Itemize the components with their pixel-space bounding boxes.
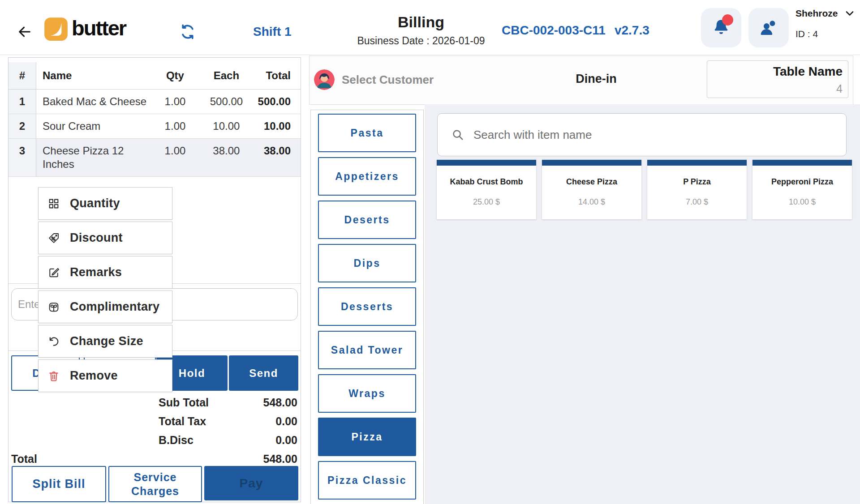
table-name-box[interactable]: Table Name 4 xyxy=(707,60,848,98)
order-row-3[interactable]: 3Cheese Pizza 12 Inches1.0038.0038.00 xyxy=(9,139,301,177)
category-wraps[interactable]: Wraps xyxy=(318,374,416,413)
item-total: 10.00 xyxy=(255,114,301,139)
send-button[interactable]: Send xyxy=(229,355,298,391)
category-pizza-classic[interactable]: Pizza Classic xyxy=(318,461,416,500)
menu-item-discount[interactable]: Discount xyxy=(38,222,172,254)
category-pizza[interactable]: Pizza xyxy=(318,418,416,456)
item-qty: 1.00 xyxy=(153,139,198,177)
order-row-2[interactable]: 2Sour Cream1.0010.0010.00 xyxy=(9,114,301,139)
row-number: 1 xyxy=(9,90,36,114)
total-value: 548.00 xyxy=(263,453,297,466)
order-table: #NameQtyEachTotal 1Baked Mac & Cheese1.0… xyxy=(9,62,301,177)
card-top-bar xyxy=(542,160,641,166)
order-type-label[interactable]: Dine-in xyxy=(560,72,632,86)
category-salad-tower[interactable]: Salad Tower xyxy=(318,331,416,369)
totals-block: Sub Total548.00Total Tax0.00B.Disc0.00To… xyxy=(9,393,301,466)
item-name: Sour Cream xyxy=(36,114,152,139)
menu-item-label: Complimentary xyxy=(70,300,159,314)
users-icon xyxy=(758,17,779,38)
customer-bar: Select Customer Dine-in Table Name 4 xyxy=(309,56,853,105)
back-arrow-icon[interactable] xyxy=(17,24,32,39)
grid-icon xyxy=(47,197,60,210)
category-pasta[interactable]: Pasta xyxy=(318,114,416,152)
item-card-name: Pepperoni Pizza xyxy=(752,177,852,187)
item-card-cheese-pizza[interactable]: Cheese Pizza14.00 $ xyxy=(542,160,641,219)
total-label: B.Disc xyxy=(159,434,194,447)
service-charges-button[interactable]: Service Charges xyxy=(108,466,202,502)
card-top-bar xyxy=(437,160,536,166)
item-card-price: 10.00 $ xyxy=(752,197,852,207)
search-icon xyxy=(451,128,464,141)
shift-label[interactable]: Shift 1 xyxy=(253,25,292,39)
item-name: Cheese Pizza 12 Inches xyxy=(36,139,152,177)
menu-item-remove[interactable]: Remove xyxy=(38,359,172,392)
category-appetizers[interactable]: Appetizers xyxy=(318,157,416,196)
menu-item-quantity[interactable]: Quantity xyxy=(38,187,172,220)
row-number: 3 xyxy=(9,139,36,177)
item-search-input[interactable] xyxy=(473,128,833,142)
order-row-1[interactable]: 1Baked Mac & Cheese1.00500.00500.00 xyxy=(9,90,301,114)
menu-item-label: Discount xyxy=(70,231,123,245)
total-value: 0.00 xyxy=(275,434,297,447)
item-card-pepperoni-pizza[interactable]: Pepperoni Pizza10.00 $ xyxy=(752,160,852,219)
select-customer-button[interactable]: Select Customer xyxy=(342,73,434,87)
item-search xyxy=(437,113,847,156)
split-bill-button[interactable]: Split Bill xyxy=(12,466,106,502)
item-each: 38.00 xyxy=(198,139,255,177)
item-name: Baked Mac & Cheese xyxy=(36,90,152,114)
menu-item-change-size[interactable]: Change Size xyxy=(38,325,172,358)
item-total: 500.00 xyxy=(255,90,301,114)
column-header-total: Total xyxy=(255,62,301,90)
terminal-id: CBC-002-003-C11 xyxy=(502,23,606,37)
terminal-code: CBC-002-003-C11v2.7.3 xyxy=(502,23,649,38)
row-context-menu: QuantityDiscountRemarksComplimentaryChan… xyxy=(38,187,172,394)
item-card-kabab-crust-bomb[interactable]: Kabab Crust Bomb25.00 $ xyxy=(437,160,536,219)
table-name-label: Table Name xyxy=(707,64,843,79)
title-block: Billing Business Date : 2026-01-09 xyxy=(314,13,529,47)
item-each: 500.00 xyxy=(198,90,255,114)
column-header-num: # xyxy=(9,62,36,90)
total-label: Sub Total xyxy=(159,396,209,409)
user-menu[interactable]: Shehroze ID : 4 xyxy=(796,8,855,39)
item-card-p-pizza[interactable]: P Pizza7.00 $ xyxy=(647,160,747,219)
notifications-button[interactable] xyxy=(701,8,741,47)
item-card-price: 14.00 $ xyxy=(542,197,641,207)
total-row-sub-total: Sub Total548.00 xyxy=(9,393,301,412)
column-header-each: Each xyxy=(198,62,255,90)
butter-logo-icon xyxy=(44,17,68,41)
category-deserts[interactable]: Deserts xyxy=(318,201,416,239)
customers-button[interactable] xyxy=(748,8,789,47)
item-card-price: 7.00 $ xyxy=(647,197,747,207)
pos-billing-screen: butter Shift 1 Billing Business Date : 2… xyxy=(0,0,860,504)
item-each: 10.00 xyxy=(198,114,255,139)
item-card-name: P Pizza xyxy=(647,177,747,187)
total-value: 548.00 xyxy=(263,396,297,409)
butter-logo: butter xyxy=(44,17,126,41)
discount-tag-icon xyxy=(47,232,60,244)
category-list: PastaAppetizersDesertsDipsDessertsSalad … xyxy=(310,110,424,504)
menu-item-remarks[interactable]: Remarks xyxy=(38,256,172,289)
top-bar: butter Shift 1 Billing Business Date : 2… xyxy=(0,0,860,55)
item-qty: 1.00 xyxy=(153,114,198,139)
customer-avatar-icon[interactable] xyxy=(314,69,335,90)
total-value: 0.00 xyxy=(275,415,297,428)
category-desserts[interactable]: Desserts xyxy=(318,287,416,326)
logo-wordmark: butter xyxy=(72,16,126,40)
total-row-total: Total548.00 xyxy=(9,450,301,466)
menu-item-label: Remarks xyxy=(70,265,122,279)
category-dips[interactable]: Dips xyxy=(318,244,416,282)
total-label: Total Tax xyxy=(159,415,206,428)
table-name-value: 4 xyxy=(707,82,843,95)
page-title: Billing xyxy=(314,13,529,31)
edit-icon xyxy=(47,266,60,279)
sync-icon[interactable] xyxy=(179,23,196,40)
gift-icon xyxy=(47,301,60,313)
pay-button[interactable]: Pay xyxy=(204,466,298,500)
item-cards: Kabab Crust Bomb25.00 $Cheese Pizza14.00… xyxy=(437,160,852,219)
item-qty: 1.00 xyxy=(153,90,198,114)
business-date: Business Date : 2026-01-09 xyxy=(314,35,529,47)
menu-item-label: Remove xyxy=(70,369,118,383)
total-row-b-disc: B.Disc0.00 xyxy=(9,431,301,450)
menu-item-complimentary[interactable]: Complimentary xyxy=(38,290,172,323)
order-table-header: #NameQtyEachTotal xyxy=(9,62,301,90)
